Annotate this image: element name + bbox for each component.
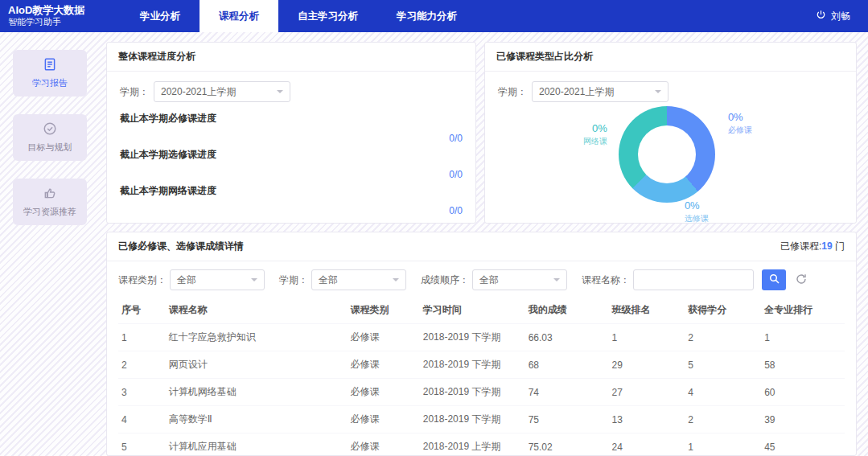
donut-chart-wrap: 0% 网络课 0% 必修课 0% 选修课 (619, 106, 715, 203)
progress-row: 截止本学期选修课进度 0/0 (120, 148, 463, 180)
order-filter-label: 成绩顺序： (421, 273, 469, 287)
nav-tab-label: 自主学习分析 (298, 10, 358, 23)
cell-class-rank: 24 (609, 433, 685, 456)
sidebar-item-resource-recommend[interactable]: 学习资源推荐 (13, 179, 87, 225)
course-count-value: 19 (821, 240, 832, 252)
table-row: 2 网页设计 必修课 2018-2019 下学期 68 29 5 58 (118, 351, 845, 379)
cell-time: 2018-2019 下学期 (420, 324, 525, 351)
donut-label-name: 必修课 (728, 125, 752, 136)
cell-class-rank: 1 (609, 324, 685, 351)
cell-course-name: 红十字应急救护知识 (166, 324, 348, 351)
grades-table: 序号 课程名称 课程类别 学习时间 我的成绩 班级排名 获得学分 全专业排行 1 (118, 297, 845, 456)
cell-major-rank: 1 (761, 324, 845, 351)
score-order-select[interactable]: 全部 (472, 269, 567, 290)
cell-course-name: 高等数学Ⅱ (166, 406, 348, 433)
cell-score: 75.02 (525, 433, 609, 456)
thumbs-up-icon (43, 186, 57, 202)
category-select[interactable]: 全部 (170, 269, 265, 290)
chevron-down-icon (277, 90, 283, 93)
cell-score: 66.03 (525, 324, 609, 351)
cell-major-rank: 58 (761, 351, 845, 379)
cell-class-rank: 27 (609, 379, 685, 406)
search-button[interactable] (762, 269, 786, 290)
donut-label-pct: 0% (685, 199, 709, 212)
nav-tab-label: 学习能力分析 (397, 10, 457, 23)
top-bar: AIoD教学大数据 智能学习助手 学业分析 课程分析 自主学习分析 学习能力分析… (0, 0, 868, 32)
semester-select[interactable]: 2020-2021上学期 (154, 81, 290, 102)
cell-category: 必修课 (347, 406, 419, 433)
sidebar-item-goals-planning[interactable]: 目标与规划 (13, 114, 87, 161)
course-name-input[interactable] (633, 269, 754, 290)
col-header-class-rank: 班级排名 (609, 297, 685, 324)
course-progress-card: 整体课程进度分析 学期： 2020-2021上学期 截 (106, 42, 476, 224)
donut-card-body: 学期： 2020-2021上学期 0% 网络课 (485, 72, 856, 223)
table-card-header: 已修必修课、选修课成绩详情 已修课程:19 门 (107, 232, 856, 261)
nav-tab[interactable]: 自主学习分析 (278, 0, 377, 32)
cell-score: 75 (525, 406, 609, 433)
cell-course-name: 计算机网络基础 (166, 379, 348, 406)
score-order-value: 全部 (479, 273, 499, 287)
progress-card-body: 学期： 2020-2021上学期 截止本学期必修课进度 0/0 (107, 72, 475, 216)
nav-tab[interactable]: 课程分析 (200, 0, 278, 32)
sidebar-item-learning-report[interactable]: 学习报告 (13, 50, 87, 97)
donut-hole (638, 125, 696, 183)
course-name-label: 课程名称： (582, 273, 630, 287)
progress-row-label: 截止本学期必修课进度 (120, 112, 463, 125)
col-header-course-name: 课程名称 (166, 297, 348, 324)
donut-card-header: 已修课程类型占比分析 (485, 43, 856, 72)
grades-table-head: 序号 课程名称 课程类别 学习时间 我的成绩 班级排名 获得学分 全专业排行 (118, 297, 845, 324)
cell-credits: 1 (685, 433, 761, 456)
semester-label: 学期： (498, 85, 527, 99)
semester-filter-label: 学期： (279, 273, 308, 287)
cell-time: 2018-2019 上学期 (420, 433, 525, 456)
cell-credits: 2 (685, 406, 761, 433)
user-name: 刘畅 (831, 10, 850, 23)
table-row: 5 计算机应用基础 必修课 2018-2019 上学期 75.02 24 1 4… (118, 433, 845, 456)
cell-index: 5 (118, 433, 166, 456)
donut-label-elective: 0% 选修课 (685, 199, 709, 224)
progress-row-label: 截止本学期选修课进度 (120, 148, 463, 162)
cell-time: 2018-2019 下学期 (420, 406, 525, 433)
app-subtitle: 智能学习助手 (8, 17, 121, 28)
category-filter-label: 课程类别： (118, 273, 167, 287)
course-count: 已修课程:19 门 (780, 240, 845, 253)
col-header-index: 序号 (118, 297, 166, 324)
refresh-icon (796, 273, 807, 287)
user-menu[interactable]: 刘畅 (816, 0, 868, 32)
semester-select[interactable]: 2020-2021上学期 (532, 81, 668, 102)
app-title: AIoD教学大数据 (8, 4, 121, 17)
col-header-category: 课程类别 (347, 297, 419, 324)
sidebar: 学习报告 目标与规划 学习资源推荐 (0, 32, 98, 456)
cell-class-rank: 13 (609, 406, 685, 433)
refresh-button[interactable] (791, 269, 812, 290)
chevron-down-icon (655, 90, 661, 93)
cell-category: 必修课 (347, 433, 419, 456)
progress-row: 截止本学期网络课进度 0/0 (120, 184, 463, 216)
col-header-time: 学习时间 (420, 297, 525, 324)
cell-credits: 5 (685, 351, 761, 379)
col-header-credits: 获得学分 (685, 297, 761, 324)
nav-tab[interactable]: 学习能力分析 (377, 0, 476, 32)
semester-filter-select[interactable]: 全部 (311, 269, 406, 290)
table-card-title: 已修必修课、选修课成绩详情 (118, 240, 244, 253)
donut-label-pct: 0% (583, 122, 607, 134)
chevron-down-icon (251, 278, 257, 281)
cell-score: 74 (525, 379, 609, 406)
progress-card-header: 整体课程进度分析 (107, 43, 475, 72)
cell-time: 2018-2019 下学期 (420, 351, 525, 379)
category-select-value: 全部 (177, 273, 196, 287)
progress-rows: 截止本学期必修课进度 0/0 截止本学期选修课进度 0/0 截止本学期网络课进度 (120, 112, 463, 216)
nav-tab[interactable]: 学业分析 (121, 0, 200, 32)
workspace: 学习报告 目标与规划 学习资源推荐 整体课程进度分析 学期： (0, 32, 868, 456)
semester-filter-row: 学期： 2020-2021上学期 (120, 81, 463, 102)
main-nav: 学业分析 课程分析 自主学习分析 学习能力分析 (121, 0, 476, 32)
nav-tab-label: 学业分析 (140, 10, 180, 23)
search-icon (769, 273, 780, 286)
cell-class-rank: 29 (609, 351, 685, 379)
donut-label-required: 0% 必修课 (728, 111, 752, 136)
cell-index: 1 (118, 324, 166, 351)
course-count-prefix: 已修课程: (780, 240, 821, 252)
sidebar-item-label: 学习报告 (32, 77, 68, 89)
semester-select-value: 2020-2021上学期 (539, 85, 614, 99)
donut-label-name: 网络课 (583, 136, 607, 147)
